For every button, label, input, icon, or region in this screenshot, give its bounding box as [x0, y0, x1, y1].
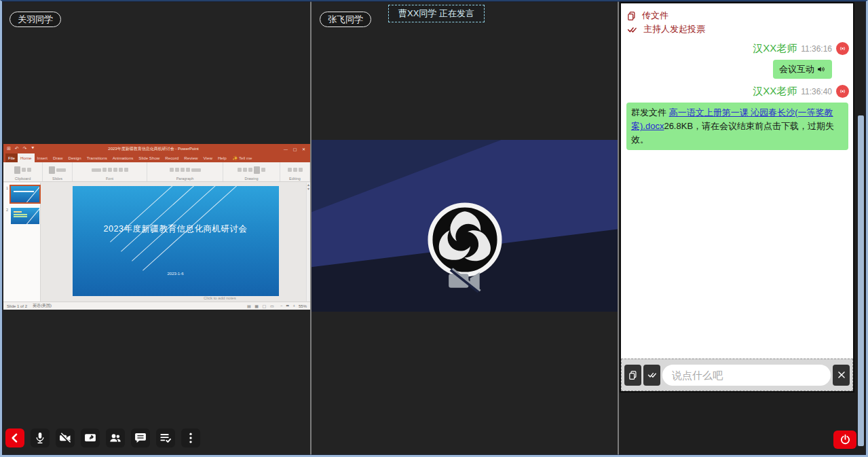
ppt-window-title: 2023年度新疆教育信息化商机研讨会 - PowerPoint: [39, 146, 268, 152]
more-button[interactable]: [181, 428, 200, 447]
ppt-thumbnail-pane: 1 2: [3, 183, 41, 301]
ppt-tab-help: Help: [215, 153, 229, 162]
polls-button[interactable]: [156, 428, 175, 447]
ppt-tab-view: View: [201, 153, 215, 162]
ppt-tab-slideshow: Slide Show: [136, 153, 162, 162]
system-item-label: 主持人发起投票: [643, 23, 705, 35]
camera-off-button[interactable]: [56, 428, 75, 447]
message-header: 汉XX老师 11:36:40: [626, 85, 849, 98]
ppt-group-editing: Editing: [280, 162, 310, 181]
ppt-group-font: Font: [73, 162, 147, 181]
send-file-button[interactable]: [624, 365, 641, 386]
speaking-banner: 曹XX同学 正在发言: [388, 5, 485, 22]
speaker-icon: [816, 65, 826, 74]
ppt-title-bar: ⊞ ↶ ↷ ⯆ 2023年度新疆教育信息化商机研讨会 - PowerPoint …: [3, 144, 310, 153]
double-check-icon: [626, 24, 638, 35]
file-icon: [628, 370, 638, 380]
message-time: 11:36:40: [801, 87, 832, 96]
message-text-prefix: 群发文件: [631, 107, 669, 117]
video-tile-obs: [312, 140, 618, 312]
chat-scrollbar-thumb[interactable]: [858, 115, 864, 446]
close-icon: [837, 370, 846, 380]
ppt-notes-hint: Click to add notes: [204, 296, 236, 300]
ppt-tab-file: File: [5, 153, 18, 162]
ppt-slide-title: 2023年度新疆教育信息化商机研讨会: [73, 223, 279, 235]
close-chat-button[interactable]: [833, 365, 850, 386]
participants-button[interactable]: [106, 428, 125, 447]
ppt-tab-home: Home: [18, 153, 35, 162]
ppt-slide-date: 2023-1-6: [73, 272, 279, 276]
ppt-status-language: 英语(美国): [33, 303, 52, 309]
screen-share-button[interactable]: [81, 428, 100, 447]
avatar-broadcast-icon: [836, 85, 849, 98]
panel-divider: [310, 1, 312, 455]
meeting-window: 关羽同学 ⊞ ↶ ↷ ⯆ 2023年度新疆教育信息化商机研讨会 - PowerP…: [0, 0, 868, 457]
ppt-tab-review: Review: [181, 153, 200, 162]
ppt-thumb-number: 2: [6, 208, 10, 212]
ppt-view-icons: ▤ ▦ ▢ ▭: [247, 304, 276, 308]
meeting-toolbar: [5, 428, 200, 447]
chat-input-bar: [621, 359, 853, 391]
ppt-tellme-box: ✨ Tell me: [229, 153, 256, 162]
message-bubble-file: 群发文件 高一语文上册第一课 沁园春长沙(一等奖教案).docx26.8KB，请…: [626, 103, 848, 150]
leave-meeting-button[interactable]: [833, 431, 856, 449]
message-bubble: 会议互动: [773, 60, 832, 79]
chat-input[interactable]: [662, 365, 831, 386]
ppt-tab-transitions: Transitions: [84, 153, 110, 162]
back-button[interactable]: [5, 428, 24, 447]
system-item-label: 传文件: [642, 10, 668, 22]
ppt-slide-canvas: 2023年度新疆教育信息化商机研讨会 2023-1-6 Click to add…: [41, 183, 310, 301]
ppt-tab-design: Design: [65, 153, 83, 162]
ppt-body: 1 2 2023年度新疆教育信息化商机研讨会 2023-1-6 Click to…: [3, 183, 310, 301]
ppt-group-drawing: Drawing: [223, 162, 280, 181]
ppt-status-slide: Slide 1 of 2: [7, 304, 27, 308]
message-time: 11:36:16: [801, 44, 832, 54]
ppt-thumbnail-2: [11, 208, 39, 224]
system-item-poll[interactable]: 主持人发起投票: [626, 22, 849, 36]
ppt-quick-access-toolbar: ⊞ ↶ ↷ ⯆: [3, 146, 39, 151]
shared-screen-powerpoint: ⊞ ↶ ↷ ⯆ 2023年度新疆教育信息化商机研讨会 - PowerPoint …: [3, 144, 310, 310]
chat-message-list[interactable]: 传文件 主持人发起投票 汉XX老师 11:36:16: [621, 3, 853, 359]
participant-label-middle: 张飞同学: [320, 12, 371, 27]
message-header: 汉XX老师 11:36:16: [626, 42, 849, 55]
ppt-thumbnail-1: [11, 186, 39, 202]
panel-divider: [618, 1, 619, 455]
participant-label-left: 关羽同学: [10, 12, 61, 27]
ppt-group-paragraph: Paragraph: [147, 162, 223, 181]
poll-button[interactable]: [643, 365, 660, 386]
ppt-group-slides: Slides: [43, 162, 73, 181]
camera-off-icon: [447, 268, 483, 296]
double-check-icon: [647, 370, 658, 380]
message-sender: 汉XX老师: [753, 42, 797, 55]
chat-panel: 传文件 主持人发起投票 汉XX老师 11:36:16: [620, 2, 854, 392]
power-icon: [839, 434, 851, 445]
ppt-tab-record: Record: [162, 153, 181, 162]
file-icon: [626, 11, 637, 21]
avatar-broadcast-icon: [836, 42, 849, 55]
ppt-tab-draw: Draw: [50, 153, 65, 162]
ppt-zoom-level: 55%: [299, 304, 307, 308]
ppt-ribbon-tabs: File Home Insert Draw Design Transitions…: [3, 153, 310, 162]
chat-button[interactable]: [131, 428, 150, 447]
message-text: 会议互动: [779, 63, 814, 75]
microphone-button[interactable]: [31, 428, 50, 447]
ppt-ribbon: Clipboard Slides Font Paragraph Drawing …: [3, 162, 310, 182]
ppt-group-clipboard: Clipboard: [3, 162, 43, 181]
ppt-window-controls: — ▢ ✕: [268, 147, 310, 151]
ppt-zoom-slider: － ⬌ ＋: [280, 303, 297, 309]
ppt-tab-animations: Animations: [110, 153, 136, 162]
ppt-status-bar: Slide 1 of 2 英语(美国) ▤ ▦ ▢ ▭ － ⬌ ＋ 55%: [3, 301, 310, 310]
ppt-tab-insert: Insert: [35, 153, 50, 162]
ppt-current-slide: 2023年度新疆教育信息化商机研讨会 2023-1-6: [73, 186, 279, 296]
message-sender: 汉XX老师: [753, 85, 797, 98]
system-item-file-transfer[interactable]: 传文件: [626, 9, 849, 22]
ppt-thumb-number: 1: [6, 186, 10, 190]
